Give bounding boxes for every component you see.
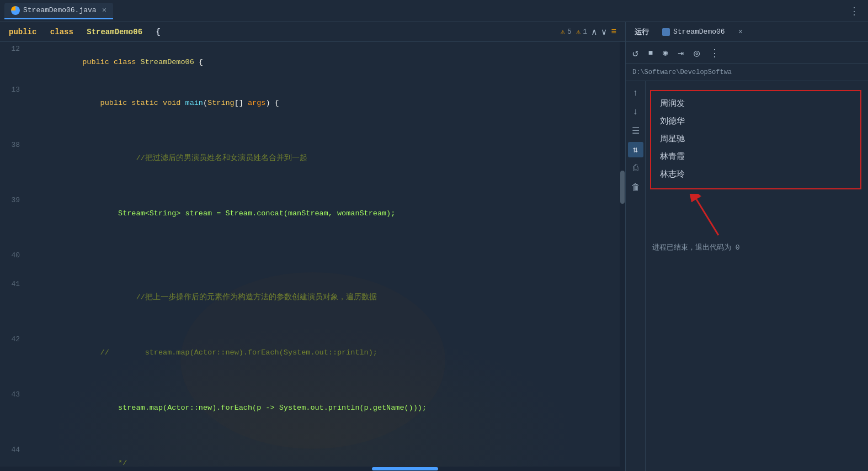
class-name: StreamDemo06: [87, 28, 142, 36]
line-content-12: public class StreamDemo06 {: [29, 43, 625, 82]
snapshot-btn[interactable]: ◉: [661, 46, 670, 59]
sort-btn[interactable]: ⇅: [628, 142, 643, 157]
line-content-38: //把过滤后的男演员姓名和女演员姓名合并到一起: [29, 139, 625, 178]
warning-badge: ⚠ 5: [561, 27, 572, 36]
arrow-annotation: [652, 194, 861, 238]
code-lines: 12 public class StreamDemo06 { 13 public…: [0, 42, 625, 471]
brace-open: {: [156, 28, 160, 36]
tab-bar: StreamDemo06.java × ⋮: [0, 0, 868, 22]
cls-streamdemo06: StreamDemo06: [141, 58, 194, 66]
code-line-43: 43 stream.map(Actor::new).forEach(p -> S…: [0, 388, 625, 428]
tab-filename: StreamDemo06.java: [23, 6, 97, 14]
output-line-5: 林志玲: [660, 166, 851, 184]
equals-icon: ≡: [611, 27, 616, 37]
java-file-icon: [11, 6, 20, 15]
code-area: 12 public class StreamDemo06 { 13 public…: [0, 42, 625, 471]
scroll-down-btn[interactable]: ↓: [628, 104, 643, 120]
settings-btn[interactable]: ◎: [691, 46, 702, 60]
scroll-up-btn[interactable]: ↑: [628, 86, 643, 101]
nav-down-btn[interactable]: ∨: [601, 27, 607, 38]
brace: {: [194, 58, 203, 66]
code-line-44: 44 */: [0, 443, 625, 471]
code-43: stream.map(Actor::new).forEach(p -> Syst…: [82, 404, 427, 412]
code-line-spacer4: [0, 263, 625, 277]
keyword-class: class: [50, 28, 73, 36]
delete-btn[interactable]: 🗑: [628, 179, 643, 195]
keyword-public: public: [9, 28, 36, 36]
svg-line-1: [696, 199, 718, 235]
line-num-42: 42: [0, 333, 29, 346]
kw-public-s: public static void: [82, 99, 185, 107]
line-content-41: //把上一步操作后的元素作为构造方法的参数创建演员对象，遍历数据: [29, 278, 625, 317]
code-line-12: 12 public class StreamDemo06 {: [0, 42, 625, 83]
kw-public: public: [82, 58, 114, 66]
comment-44: */: [82, 459, 127, 467]
panel-tab[interactable]: StreamDemo06: [658, 25, 729, 38]
line-num-41: 41: [0, 278, 29, 291]
paren-open: (: [203, 99, 207, 107]
type-string: String: [207, 99, 235, 107]
warning-icon: ⚠: [561, 27, 565, 36]
line-num-40: 40: [0, 249, 29, 262]
red-arrow-svg: [674, 194, 763, 238]
warning-indicators: ⚠ 5 ⚠ 1 ∧ ∨ ≡: [561, 27, 616, 38]
process-end-message: 进程已结束，退出代码为 0: [646, 238, 868, 257]
code-line-38: 38 //把过滤后的男演员姓名和女演员姓名合并到一起: [0, 138, 625, 179]
list-btn[interactable]: ☰: [628, 123, 643, 139]
line-num-38: 38: [0, 139, 29, 152]
line-num-39: 39: [0, 194, 29, 207]
output-line-2: 刘德华: [660, 113, 851, 131]
panel-toolbar: ↺ ■ ◉ ⇥ ◎ ⋮: [626, 42, 868, 64]
more-btn[interactable]: ⋮: [707, 46, 722, 60]
code-editor: public class StreamDemo06 { ⚠ 5 ⚠ 1 ∧ ∨ …: [0, 22, 625, 471]
main-area: public class StreamDemo06 { ⚠ 5 ⚠ 1 ∧ ∨ …: [0, 22, 868, 471]
refresh-btn[interactable]: ↺: [630, 46, 641, 60]
code-line-spacer6: [0, 373, 625, 388]
stream-type-39: Stream<String> stream = Stream.concat(ma…: [82, 209, 395, 218]
class-declaration: public class StreamDemo06 {: [9, 28, 161, 36]
param-args: args: [248, 99, 265, 107]
comment-42: // stream.map(Actor::new).forEach(System…: [82, 348, 377, 357]
stop-btn[interactable]: ■: [646, 47, 655, 59]
code-line-13: 13 public static void main(String[] args…: [0, 83, 625, 124]
panel-path: D:\Software\DevelopSoftwa: [626, 64, 868, 81]
panel-close-btn[interactable]: ×: [738, 28, 743, 36]
line-content-43: stream.map(Actor::new).forEach(p -> Syst…: [29, 388, 625, 428]
code-line-41: 41 //把上一步操作后的元素作为构造方法的参数创建演员对象，遍历数据: [0, 277, 625, 318]
code-line-40: 40: [0, 248, 625, 263]
panel-tab-name: StreamDemo06: [673, 28, 725, 36]
warning-bar: public class StreamDemo06 { ⚠ 5 ⚠ 1 ∧ ∨ …: [0, 22, 625, 42]
tab-close-btn[interactable]: ×: [102, 6, 106, 15]
line-num-13: 13: [0, 83, 29, 97]
code-line-42: 42 // stream.map(Actor::new).forEach(Sys…: [0, 332, 625, 373]
code-line-spacer1: [0, 124, 625, 138]
code-line-39: 39 Stream<String> stream = Stream.concat…: [0, 193, 625, 234]
line-content-42: // stream.map(Actor::new).forEach(System…: [29, 333, 625, 373]
nav-up-btn[interactable]: ∧: [592, 27, 597, 38]
file-tab[interactable]: StreamDemo06.java ×: [4, 3, 113, 19]
output-box: 周润发 刘德华 周星驰 林青霞 林志玲: [650, 90, 861, 189]
code-line-spacer3: [0, 234, 625, 248]
line-num-12: 12: [0, 43, 29, 56]
code-line-spacer2: [0, 179, 625, 193]
output-line-1: 周润发: [660, 96, 851, 113]
bracket: []: [235, 99, 248, 107]
panel-sidebar: ↑ ↓ ☰ ⇅ ⎙ 🗑 周润发 刘德华 周星驰 林青霞 林志玲: [626, 81, 868, 471]
output-line-3: 周星驰: [660, 131, 851, 149]
tab-menu-button[interactable]: ⋮: [845, 3, 864, 19]
panel-header: 运行 StreamDemo06 ×: [626, 22, 868, 42]
output-line-4: 林青霞: [660, 149, 851, 166]
line-num-44: 44: [0, 443, 29, 457]
comment-38: //把过滤后的男演员姓名和女演员姓名合并到一起: [82, 154, 307, 162]
comment-41: //把上一步操作后的元素作为构造方法的参数创建演员对象，遍历数据: [82, 293, 376, 301]
print-btn[interactable]: ⎙: [628, 161, 643, 176]
export-btn[interactable]: ⇥: [675, 46, 686, 60]
error-badge: ⚠ 1: [576, 27, 587, 36]
panel-output: 周润发 刘德华 周星驰 林青霞 林志玲: [646, 81, 868, 471]
line-num-43: 43: [0, 388, 29, 401]
panel-tab-icon: [662, 28, 670, 36]
error-count: 1: [583, 28, 587, 36]
line-content-44: */: [29, 443, 625, 471]
sidebar-icon-strip: ↑ ↓ ☰ ⇅ ⎙ 🗑: [626, 81, 646, 471]
run-label: 运行: [630, 27, 653, 37]
